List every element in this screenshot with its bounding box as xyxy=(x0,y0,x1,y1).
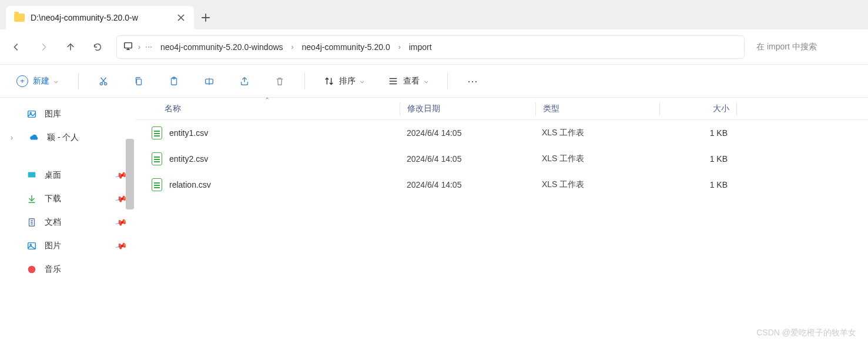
file-date: 2024/6/4 14:05 xyxy=(400,180,535,189)
sidebar-item-downloads[interactable]: 下载 📌 xyxy=(0,187,135,211)
pin-icon: 📌 xyxy=(114,216,128,229)
sidebar-item-desktop[interactable]: 桌面 📌 xyxy=(0,164,135,187)
sort-button[interactable]: 排序 ⌵ xyxy=(319,72,369,90)
delete-button[interactable] xyxy=(269,71,290,92)
csv-file-icon xyxy=(152,126,162,139)
more-icon[interactable]: ⋯ xyxy=(145,43,152,51)
separator xyxy=(447,73,448,89)
forward-button[interactable] xyxy=(32,35,55,59)
sidebar-label: 桌面 xyxy=(45,170,61,181)
file-type: XLS 工作表 xyxy=(535,154,658,164)
chevron-down-icon: ⌵ xyxy=(54,77,58,85)
svg-rect-3 xyxy=(136,79,141,85)
view-button[interactable]: 查看 ⌵ xyxy=(383,72,433,90)
new-label: 新建 xyxy=(33,76,49,86)
rename-button[interactable] xyxy=(199,71,220,92)
pc-icon[interactable] xyxy=(123,41,133,53)
chevron-right-icon[interactable]: › xyxy=(138,43,140,51)
documents-icon xyxy=(26,217,38,228)
sort-indicator-icon: ⌃ xyxy=(264,96,270,104)
pin-icon: 📌 xyxy=(114,239,128,252)
content-area: 图库 › 颖 - 个人 桌面 📌 下载 📌 文档 📌 图片 📌 xyxy=(0,98,868,343)
file-type: XLS 工作表 xyxy=(535,179,658,190)
svg-rect-0 xyxy=(125,43,132,48)
sidebar-label: 音乐 xyxy=(45,264,61,275)
chevron-right-icon[interactable]: › xyxy=(11,134,21,142)
sidebar-item-pictures[interactable]: 图片 📌 xyxy=(0,234,135,258)
file-row[interactable]: entity1.csv 2024/6/4 14:05 XLS 工作表 1 KB xyxy=(135,120,868,146)
csv-file-icon xyxy=(152,178,162,191)
chevron-right-icon: › xyxy=(291,43,294,51)
svg-point-13 xyxy=(28,266,36,274)
separator xyxy=(736,102,737,115)
file-name: entity1.csv xyxy=(169,128,208,138)
tab-title: D:\neo4j-community-5.20.0-w xyxy=(31,13,170,22)
watermark: CSDN @爱吃橙子的牧羊女 xyxy=(756,328,856,338)
onedrive-icon xyxy=(28,132,40,144)
title-bar: D:\neo4j-community-5.20.0-w xyxy=(0,0,868,29)
file-size: 1 KB xyxy=(658,180,735,189)
file-size: 1 KB xyxy=(658,128,735,138)
file-row[interactable]: relation.csv 2024/6/4 14:05 XLS 工作表 1 KB xyxy=(135,172,868,198)
pictures-icon xyxy=(26,240,38,252)
music-icon xyxy=(26,264,38,275)
toolbar: + 新建 ⌵ 排序 ⌵ 查看 ⌵ ⋯ xyxy=(0,65,868,98)
up-button[interactable] xyxy=(59,35,82,59)
sidebar-label: 图片 xyxy=(45,241,61,251)
sidebar-item-gallery[interactable]: 图库 xyxy=(0,102,135,126)
back-button[interactable] xyxy=(5,35,28,59)
header-type[interactable]: 类型 xyxy=(536,104,659,114)
search-placeholder: 在 import 中搜索 xyxy=(756,42,817,52)
cut-button[interactable] xyxy=(93,71,114,92)
sidebar-item-documents[interactable]: 文档 📌 xyxy=(0,211,135,234)
csv-file-icon xyxy=(152,152,162,165)
svg-point-12 xyxy=(30,244,31,245)
chevron-down-icon: ⌵ xyxy=(424,77,428,85)
share-button[interactable] xyxy=(234,71,255,92)
search-input[interactable]: 在 import 中搜索 xyxy=(752,35,863,59)
view-icon xyxy=(388,76,398,86)
close-tab-button[interactable] xyxy=(176,13,186,22)
scrollbar[interactable] xyxy=(126,139,134,209)
copy-button[interactable] xyxy=(128,71,149,92)
breadcrumb-item-0[interactable]: neo4j-community-5.20.0-windows xyxy=(157,40,287,54)
header-size[interactable]: 大小 xyxy=(660,104,736,114)
separator xyxy=(78,73,79,89)
breadcrumb-item-1[interactable]: neo4j-community-5.20.0 xyxy=(299,40,394,54)
window-tab[interactable]: D:\neo4j-community-5.20.0-w xyxy=(6,6,194,29)
breadcrumb-item-2[interactable]: import xyxy=(405,40,435,54)
nav-bar: › ⋯ neo4j-community-5.20.0-windows › neo… xyxy=(0,29,868,65)
breadcrumb[interactable]: › ⋯ neo4j-community-5.20.0-windows › neo… xyxy=(116,35,745,59)
plus-circle-icon: + xyxy=(16,75,28,87)
separator xyxy=(304,73,305,89)
sort-icon xyxy=(324,76,334,86)
sidebar-label: 图库 xyxy=(45,109,61,119)
sidebar-item-music[interactable]: 音乐 xyxy=(0,258,135,281)
file-type: XLS 工作表 xyxy=(535,128,658,138)
paste-button[interactable] xyxy=(163,71,185,92)
header-name[interactable]: 名称 xyxy=(135,104,400,114)
file-name: relation.csv xyxy=(169,180,211,189)
file-list: ⌃ 名称 修改日期 类型 大小 entity1.csv 2024/6/4 14:… xyxy=(135,98,868,343)
download-icon xyxy=(26,193,38,205)
sidebar: 图库 › 颖 - 个人 桌面 📌 下载 📌 文档 📌 图片 📌 xyxy=(0,98,135,343)
chevron-down-icon: ⌵ xyxy=(360,77,364,85)
file-name: entity2.csv xyxy=(169,154,208,164)
column-headers: ⌃ 名称 修改日期 类型 大小 xyxy=(135,98,868,120)
folder-icon xyxy=(14,14,25,22)
sort-label: 排序 xyxy=(339,76,356,86)
header-date[interactable]: 修改日期 xyxy=(400,104,535,114)
file-row[interactable]: entity2.csv 2024/6/4 14:05 XLS 工作表 1 KB xyxy=(135,146,868,172)
chevron-right-icon: › xyxy=(398,43,401,51)
more-button[interactable]: ⋯ xyxy=(462,71,483,92)
file-date: 2024/6/4 14:05 xyxy=(400,128,535,138)
new-button[interactable]: + 新建 ⌵ xyxy=(11,72,64,91)
sidebar-label: 颖 - 个人 xyxy=(47,132,79,143)
new-tab-button[interactable] xyxy=(194,6,217,29)
refresh-button[interactable] xyxy=(86,35,109,59)
svg-point-8 xyxy=(30,112,31,114)
file-date: 2024/6/4 14:05 xyxy=(400,154,535,164)
svg-rect-9 xyxy=(28,172,36,178)
desktop-icon xyxy=(26,169,38,181)
sidebar-item-personal[interactable]: › 颖 - 个人 xyxy=(0,126,135,149)
